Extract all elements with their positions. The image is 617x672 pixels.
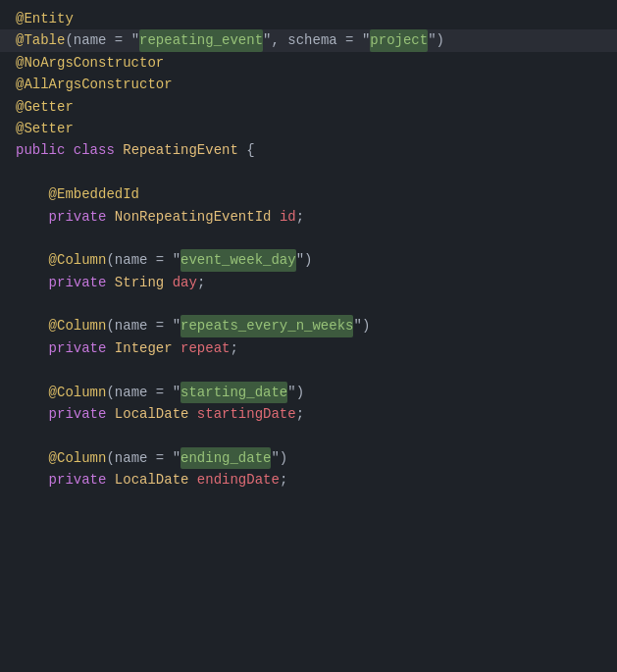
- line-entity: @Entity: [0, 8, 617, 29]
- var-day: day: [173, 272, 197, 293]
- line-private-id: private NonRepeatingEventId id;: [0, 206, 617, 228]
- line-blank-6: [0, 491, 617, 513]
- col-day-value: event_week_day: [180, 249, 296, 271]
- line-private-start: private LocalDate startingDate;: [0, 403, 617, 425]
- line-col-day: @Column(name = "event_week_day"): [0, 249, 617, 271]
- line-private-day: private String day;: [0, 272, 617, 293]
- keyword-public-class: public class: [16, 139, 115, 161]
- annotation-col-end: @Column: [49, 447, 107, 469]
- var-ending-date: endingDate: [197, 469, 280, 491]
- class-name: RepeatingEvent: [123, 139, 238, 161]
- keyword-private-repeat: private: [49, 337, 107, 359]
- line-private-end: private LocalDate endingDate;: [0, 469, 617, 491]
- line-allargs: @AllArgsConstructor: [0, 74, 617, 95]
- keyword-private-end: private: [49, 469, 107, 491]
- param-name-key: name: [74, 29, 107, 51]
- line-table: @Table(name = "repeating_event", schema …: [0, 29, 617, 51]
- col-end-value: ending_date: [180, 447, 271, 469]
- keyword-private-start: private: [49, 403, 107, 425]
- annotation-embedded: @EmbeddedId: [49, 183, 139, 205]
- var-repeat: repeat: [180, 337, 230, 359]
- keyword-private-id: private: [49, 206, 107, 228]
- line-col-end: @Column(name = "ending_date"): [0, 447, 617, 469]
- line-noargs: @NoArgsConstructor: [0, 52, 617, 74]
- keyword-private-day: private: [49, 272, 107, 293]
- annotation-setter: @Setter: [16, 118, 74, 139]
- line-col-start: @Column(name = "starting_date"): [0, 382, 617, 403]
- paren-open: (: [65, 29, 73, 51]
- type-string-day: String: [115, 272, 164, 293]
- line-blank-3: [0, 293, 617, 315]
- line-class-decl: public class RepeatingEvent {: [0, 139, 617, 161]
- annotation-allargs: @AllArgsConstructor: [16, 74, 173, 95]
- table-name-value: repeating_event: [139, 29, 263, 51]
- code-editor: @Entity @Table(name = "repeating_event",…: [0, 0, 617, 672]
- line-private-repeat: private Integer repeat;: [0, 337, 617, 359]
- line-blank-4: [0, 359, 617, 381]
- line-setter: @Setter: [0, 118, 617, 139]
- type-localdate-end: LocalDate: [115, 469, 189, 491]
- var-starting-date: startingDate: [197, 403, 296, 425]
- line-col-repeat: @Column(name = "repeats_every_n_weeks"): [0, 315, 617, 336]
- col-repeat-value: repeats_every_n_weeks: [180, 315, 353, 336]
- param-schema-key: schema: [287, 29, 336, 51]
- annotation-noargs: @NoArgsConstructor: [16, 52, 164, 74]
- line-embedded: @EmbeddedId: [0, 183, 617, 205]
- table-schema-value: project: [370, 29, 428, 51]
- annotation-table: @Table: [16, 29, 65, 51]
- annotation-col-day: @Column: [49, 249, 107, 271]
- line-blank-5: [0, 425, 617, 446]
- type-integer: Integer: [115, 337, 173, 359]
- var-id: id: [280, 206, 296, 228]
- annotation-col-start: @Column: [49, 382, 107, 403]
- type-localdate-start: LocalDate: [115, 403, 189, 425]
- type-non-repeating: NonRepeatingEventId: [115, 206, 272, 228]
- annotation-getter: @Getter: [16, 96, 74, 118]
- col-start-value: starting_date: [180, 382, 287, 403]
- line-blank-2: [0, 228, 617, 249]
- annotation-col-repeat: @Column: [49, 315, 107, 336]
- annotation-entity: @Entity: [16, 8, 74, 29]
- line-getter: @Getter: [0, 96, 617, 118]
- line-blank-1: [0, 162, 617, 183]
